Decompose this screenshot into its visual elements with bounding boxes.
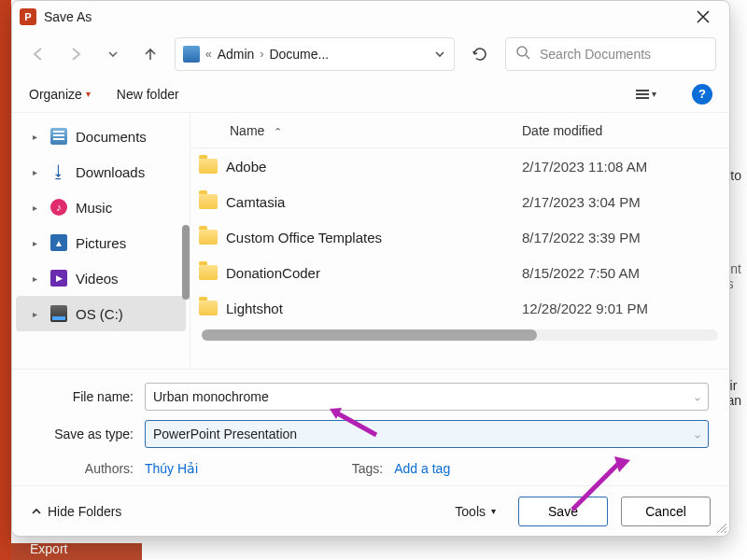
arrow-left-icon	[30, 46, 47, 63]
file-row[interactable]: Camtasia 2/17/2023 3:04 PM	[190, 184, 729, 219]
address-bar[interactable]: « Admin › Docume...	[175, 37, 455, 71]
save-button[interactable]: Save	[518, 497, 608, 526]
folder-icon	[199, 230, 218, 245]
authors-value[interactable]: Thúy Hải	[145, 461, 198, 476]
breadcrumb-segment[interactable]: Docume...	[269, 47, 329, 62]
breadcrumb-chevron-icon: «	[205, 48, 212, 61]
hide-folders-button[interactable]: Hide Folders	[31, 504, 121, 519]
column-label: Name	[230, 123, 264, 138]
nav-row: « Admin › Docume...	[12, 33, 729, 76]
file-name: Camtasia	[226, 194, 522, 210]
tags-label: Tags:	[338, 461, 394, 476]
expand-caret-icon[interactable]: ▸	[33, 167, 42, 177]
file-name: DonationCoder	[226, 265, 522, 281]
powerpoint-icon: P	[20, 8, 36, 25]
svg-point-0	[517, 47, 527, 56]
filename-input[interactable]: Urban monochrome ⌵	[145, 383, 709, 411]
chevron-down-icon	[106, 48, 120, 61]
file-list-pane: Name ⌃ Date modified Adobe 2/17/2023 11:…	[190, 113, 729, 369]
forward-button[interactable]	[63, 41, 89, 67]
up-button[interactable]	[137, 41, 163, 67]
search-box[interactable]	[505, 37, 716, 71]
authors-label: Authors:	[33, 461, 145, 476]
folder-icon	[199, 159, 218, 174]
refresh-icon	[472, 46, 488, 63]
save-as-dialog: P Save As « Admin › Docume...	[11, 0, 730, 537]
resize-grip-icon[interactable]	[715, 522, 726, 533]
folder-icon	[199, 301, 218, 315]
savetype-label: Save as type:	[33, 427, 145, 441]
filename-value: Urban monochrome	[153, 389, 695, 404]
arrow-up-icon	[142, 46, 159, 63]
pictures-icon: ▲	[50, 234, 67, 251]
file-date: 8/17/2022 3:39 PM	[522, 230, 729, 245]
button-row: Hide Folders Tools ▾ Save Cancel	[12, 485, 729, 536]
cancel-button[interactable]: Cancel	[621, 497, 711, 526]
search-input[interactable]	[538, 46, 706, 63]
close-icon	[697, 10, 710, 23]
form-area: File name: Urban monochrome ⌵ Save as ty…	[12, 369, 729, 485]
sidebar-item-label: Documents	[76, 129, 147, 145]
file-row[interactable]: DonationCoder 8/15/2022 7:50 AM	[190, 255, 729, 290]
file-date: 8/15/2022 7:50 AM	[522, 265, 729, 281]
horizontal-scrollbar[interactable]	[202, 329, 718, 341]
tools-menu[interactable]: Tools ▾	[455, 504, 496, 519]
savetype-dropdown[interactable]: PowerPoint Presentation ⌵	[145, 420, 709, 448]
sidebar-item-label: Pictures	[76, 235, 126, 251]
sidebar-item-documents[interactable]: ▸ Documents	[16, 119, 186, 154]
expand-caret-icon[interactable]: ▸	[33, 132, 42, 142]
music-icon: ♪	[50, 199, 67, 216]
tags-value[interactable]: Add a tag	[394, 461, 450, 476]
dropdown-icon[interactable]: ⌵	[695, 392, 700, 402]
dropdown-icon[interactable]: ⌵	[695, 429, 700, 440]
caret-down-icon: ▾	[652, 89, 656, 99]
file-name: Lightshot	[226, 301, 522, 316]
chevron-down-icon[interactable]	[433, 48, 446, 61]
toolbar: Organize ▾ New folder ▾ ?	[12, 76, 729, 113]
view-menu[interactable]: ▾	[636, 89, 656, 99]
sidebar-item-videos[interactable]: ▸ ▶ Videos	[16, 260, 186, 296]
sidebar-item-label: Videos	[76, 271, 119, 287]
main-area: ▸ Documents ▸ ⭳ Downloads ▸ ♪ Music ▸ ▲ …	[12, 113, 729, 369]
back-button[interactable]	[25, 41, 51, 67]
search-icon	[515, 45, 530, 63]
sidebar-item-label: Downloads	[76, 164, 145, 180]
sidebar-item-label: OS (C:)	[76, 306, 123, 322]
sidebar-item-pictures[interactable]: ▸ ▲ Pictures	[16, 225, 186, 260]
file-name: Custom Office Templates	[226, 230, 522, 245]
column-header-name[interactable]: Name ⌃	[190, 123, 522, 138]
organize-menu[interactable]: Organize ▾	[29, 87, 91, 102]
folder-icon	[199, 265, 218, 280]
expand-caret-icon[interactable]: ▸	[33, 238, 42, 248]
file-date: 12/28/2022 9:01 PM	[522, 301, 729, 316]
expand-caret-icon[interactable]: ▸	[33, 203, 42, 213]
file-row[interactable]: Adobe 2/17/2023 11:08 AM	[190, 148, 729, 184]
expand-caret-icon[interactable]: ▸	[33, 273, 42, 284]
help-button[interactable]: ?	[692, 84, 712, 105]
refresh-button[interactable]	[466, 40, 494, 68]
sidebar-scrollbar[interactable]	[182, 225, 190, 300]
close-button[interactable]	[684, 3, 722, 31]
list-view-icon	[636, 90, 649, 99]
breadcrumb-segment[interactable]: Admin	[218, 47, 255, 62]
expand-caret-icon[interactable]: ▸	[33, 309, 42, 319]
column-header-date[interactable]: Date modified	[522, 123, 729, 138]
file-row[interactable]: Custom Office Templates 8/17/2022 3:39 P…	[190, 219, 729, 255]
bg-export-button[interactable]: Export	[11, 543, 142, 560]
file-list-header: Name ⌃ Date modified	[190, 113, 729, 148]
documents-icon	[50, 128, 67, 145]
arrow-right-icon	[67, 46, 84, 63]
titlebar: P Save As	[12, 1, 729, 33]
sidebar-item-music[interactable]: ▸ ♪ Music	[16, 189, 186, 225]
hide-folders-label: Hide Folders	[48, 504, 121, 519]
file-row[interactable]: Lightshot 12/28/2022 9:01 PM	[190, 290, 729, 326]
dialog-title: Save As	[44, 9, 684, 24]
new-folder-button[interactable]: New folder	[117, 87, 179, 102]
sidebar-item-downloads[interactable]: ▸ ⭳ Downloads	[16, 154, 186, 189]
file-date: 2/17/2023 11:08 AM	[522, 159, 729, 175]
sidebar-item-os-drive[interactable]: ▸ OS (C:)	[16, 296, 186, 331]
recent-button[interactable]	[100, 41, 126, 67]
scrollbar-thumb[interactable]	[202, 329, 537, 341]
filename-label: File name:	[33, 389, 145, 404]
tools-label: Tools	[455, 504, 486, 519]
